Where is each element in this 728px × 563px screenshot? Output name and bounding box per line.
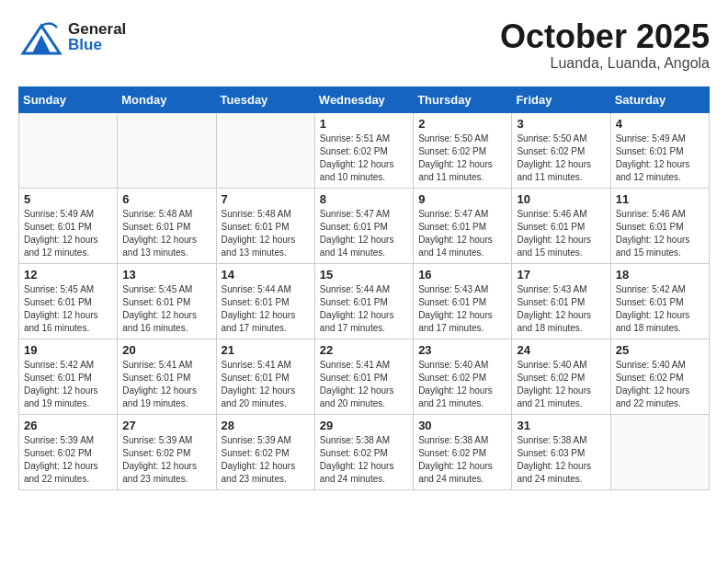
day-number: 7 bbox=[222, 192, 310, 206]
day-number: 24 bbox=[517, 343, 605, 357]
day-number: 8 bbox=[320, 192, 408, 206]
day-number: 14 bbox=[222, 268, 310, 282]
weekday-header-monday: Monday bbox=[118, 86, 216, 112]
calendar-cell: 7Sunrise: 5:48 AM Sunset: 6:01 PM Daylig… bbox=[216, 188, 314, 263]
page-header: General Blue October 2025 Luanda, Luanda… bbox=[18, 18, 710, 72]
calendar-cell: 2Sunrise: 5:50 AM Sunset: 6:02 PM Daylig… bbox=[414, 112, 512, 188]
day-info: Sunrise: 5:38 AM Sunset: 6:02 PM Dayligh… bbox=[320, 434, 408, 486]
calendar-cell: 31Sunrise: 5:38 AM Sunset: 6:03 PM Dayli… bbox=[512, 414, 610, 489]
weekday-header-thursday: Thursday bbox=[414, 86, 512, 112]
calendar-cell: 11Sunrise: 5:46 AM Sunset: 6:01 PM Dayli… bbox=[610, 188, 709, 263]
day-info: Sunrise: 5:46 AM Sunset: 6:01 PM Dayligh… bbox=[616, 208, 704, 259]
calendar-cell: 17Sunrise: 5:43 AM Sunset: 6:01 PM Dayli… bbox=[512, 263, 610, 339]
weekday-header-tuesday: Tuesday bbox=[216, 86, 314, 112]
calendar-week-1: 1Sunrise: 5:51 AM Sunset: 6:02 PM Daylig… bbox=[19, 112, 710, 188]
calendar-cell: 9Sunrise: 5:47 AM Sunset: 6:01 PM Daylig… bbox=[414, 188, 512, 263]
logo: General Blue bbox=[18, 18, 126, 55]
day-info: Sunrise: 5:40 AM Sunset: 6:02 PM Dayligh… bbox=[616, 359, 704, 410]
location: Luanda, Luanda, Angola bbox=[500, 55, 710, 72]
day-info: Sunrise: 5:39 AM Sunset: 6:02 PM Dayligh… bbox=[222, 434, 310, 486]
logo-text: General Blue bbox=[68, 21, 126, 52]
day-number: 26 bbox=[24, 419, 112, 432]
day-number: 20 bbox=[122, 343, 210, 357]
day-number: 2 bbox=[418, 117, 506, 131]
calendar-cell: 12Sunrise: 5:45 AM Sunset: 6:01 PM Dayli… bbox=[19, 263, 118, 339]
day-number: 9 bbox=[418, 192, 506, 206]
calendar-cell: 5Sunrise: 5:49 AM Sunset: 6:01 PM Daylig… bbox=[19, 188, 118, 263]
day-info: Sunrise: 5:47 AM Sunset: 6:01 PM Dayligh… bbox=[418, 208, 506, 259]
weekday-header-sunday: Sunday bbox=[19, 86, 118, 112]
weekday-header-wednesday: Wednesday bbox=[314, 86, 413, 112]
calendar-cell: 1Sunrise: 5:51 AM Sunset: 6:02 PM Daylig… bbox=[314, 112, 413, 188]
day-info: Sunrise: 5:43 AM Sunset: 6:01 PM Dayligh… bbox=[517, 283, 605, 335]
day-info: Sunrise: 5:49 AM Sunset: 6:01 PM Dayligh… bbox=[24, 208, 112, 259]
calendar-cell: 14Sunrise: 5:44 AM Sunset: 6:01 PM Dayli… bbox=[216, 263, 314, 339]
calendar-cell: 8Sunrise: 5:47 AM Sunset: 6:01 PM Daylig… bbox=[314, 188, 413, 263]
calendar-cell: 4Sunrise: 5:49 AM Sunset: 6:01 PM Daylig… bbox=[610, 112, 709, 188]
day-number: 19 bbox=[24, 343, 112, 357]
title-block: October 2025 Luanda, Luanda, Angola bbox=[500, 18, 710, 72]
day-number: 27 bbox=[122, 419, 210, 432]
day-number: 22 bbox=[320, 343, 408, 357]
day-number: 31 bbox=[517, 419, 605, 432]
day-info: Sunrise: 5:44 AM Sunset: 6:01 PM Dayligh… bbox=[222, 283, 310, 335]
day-number: 29 bbox=[320, 419, 408, 432]
calendar-week-4: 19Sunrise: 5:42 AM Sunset: 6:01 PM Dayli… bbox=[19, 339, 710, 414]
weekday-header-row: SundayMondayTuesdayWednesdayThursdayFrid… bbox=[19, 86, 710, 112]
day-info: Sunrise: 5:38 AM Sunset: 6:02 PM Dayligh… bbox=[418, 434, 506, 486]
day-number: 12 bbox=[24, 268, 112, 282]
calendar-cell: 16Sunrise: 5:43 AM Sunset: 6:01 PM Dayli… bbox=[414, 263, 512, 339]
day-info: Sunrise: 5:41 AM Sunset: 6:01 PM Dayligh… bbox=[222, 359, 310, 410]
month-title: October 2025 bbox=[500, 18, 710, 55]
calendar-cell: 18Sunrise: 5:42 AM Sunset: 6:01 PM Dayli… bbox=[610, 263, 709, 339]
day-number: 16 bbox=[418, 268, 506, 282]
calendar-cell bbox=[216, 112, 314, 188]
calendar-cell: 20Sunrise: 5:41 AM Sunset: 6:01 PM Dayli… bbox=[118, 339, 216, 414]
day-info: Sunrise: 5:39 AM Sunset: 6:02 PM Dayligh… bbox=[24, 434, 112, 486]
calendar-cell: 3Sunrise: 5:50 AM Sunset: 6:02 PM Daylig… bbox=[512, 112, 610, 188]
day-info: Sunrise: 5:49 AM Sunset: 6:01 PM Dayligh… bbox=[616, 132, 704, 184]
day-number: 21 bbox=[222, 343, 310, 357]
day-number: 6 bbox=[122, 192, 210, 206]
day-info: Sunrise: 5:45 AM Sunset: 6:01 PM Dayligh… bbox=[122, 283, 210, 335]
calendar-cell: 21Sunrise: 5:41 AM Sunset: 6:01 PM Dayli… bbox=[216, 339, 314, 414]
day-info: Sunrise: 5:40 AM Sunset: 6:02 PM Dayligh… bbox=[418, 359, 506, 410]
calendar-cell: 13Sunrise: 5:45 AM Sunset: 6:01 PM Dayli… bbox=[118, 263, 216, 339]
day-info: Sunrise: 5:39 AM Sunset: 6:02 PM Dayligh… bbox=[122, 434, 210, 486]
day-number: 23 bbox=[418, 343, 506, 357]
logo-icon bbox=[18, 18, 64, 55]
calendar-cell: 27Sunrise: 5:39 AM Sunset: 6:02 PM Dayli… bbox=[118, 414, 216, 489]
day-info: Sunrise: 5:42 AM Sunset: 6:01 PM Dayligh… bbox=[616, 283, 704, 335]
calendar-cell bbox=[118, 112, 216, 188]
calendar-cell: 30Sunrise: 5:38 AM Sunset: 6:02 PM Dayli… bbox=[414, 414, 512, 489]
day-number: 1 bbox=[320, 117, 408, 131]
calendar-cell: 19Sunrise: 5:42 AM Sunset: 6:01 PM Dayli… bbox=[19, 339, 118, 414]
day-info: Sunrise: 5:48 AM Sunset: 6:01 PM Dayligh… bbox=[222, 208, 310, 259]
day-info: Sunrise: 5:41 AM Sunset: 6:01 PM Dayligh… bbox=[122, 359, 210, 410]
calendar-cell: 22Sunrise: 5:41 AM Sunset: 6:01 PM Dayli… bbox=[314, 339, 413, 414]
day-info: Sunrise: 5:50 AM Sunset: 6:02 PM Dayligh… bbox=[517, 132, 605, 184]
day-info: Sunrise: 5:41 AM Sunset: 6:01 PM Dayligh… bbox=[320, 359, 408, 410]
calendar-cell: 10Sunrise: 5:46 AM Sunset: 6:01 PM Dayli… bbox=[512, 188, 610, 263]
weekday-header-friday: Friday bbox=[512, 86, 610, 112]
day-number: 4 bbox=[616, 117, 704, 131]
day-number: 25 bbox=[616, 343, 704, 357]
day-number: 10 bbox=[517, 192, 605, 206]
calendar-week-5: 26Sunrise: 5:39 AM Sunset: 6:02 PM Dayli… bbox=[19, 414, 710, 489]
calendar-cell: 24Sunrise: 5:40 AM Sunset: 6:02 PM Dayli… bbox=[512, 339, 610, 414]
calendar-cell: 25Sunrise: 5:40 AM Sunset: 6:02 PM Dayli… bbox=[610, 339, 709, 414]
day-number: 15 bbox=[320, 268, 408, 282]
calendar-cell bbox=[19, 112, 118, 188]
day-info: Sunrise: 5:46 AM Sunset: 6:01 PM Dayligh… bbox=[517, 208, 605, 259]
day-number: 13 bbox=[122, 268, 210, 282]
day-info: Sunrise: 5:40 AM Sunset: 6:02 PM Dayligh… bbox=[517, 359, 605, 410]
day-number: 30 bbox=[418, 419, 506, 432]
logo-blue: Blue bbox=[68, 37, 126, 52]
day-number: 28 bbox=[222, 419, 310, 432]
calendar-cell: 6Sunrise: 5:48 AM Sunset: 6:01 PM Daylig… bbox=[118, 188, 216, 263]
day-info: Sunrise: 5:42 AM Sunset: 6:01 PM Dayligh… bbox=[24, 359, 112, 410]
day-info: Sunrise: 5:48 AM Sunset: 6:01 PM Dayligh… bbox=[122, 208, 210, 259]
day-info: Sunrise: 5:44 AM Sunset: 6:01 PM Dayligh… bbox=[320, 283, 408, 335]
calendar-table: SundayMondayTuesdayWednesdayThursdayFrid… bbox=[18, 86, 710, 490]
day-info: Sunrise: 5:45 AM Sunset: 6:01 PM Dayligh… bbox=[24, 283, 112, 335]
